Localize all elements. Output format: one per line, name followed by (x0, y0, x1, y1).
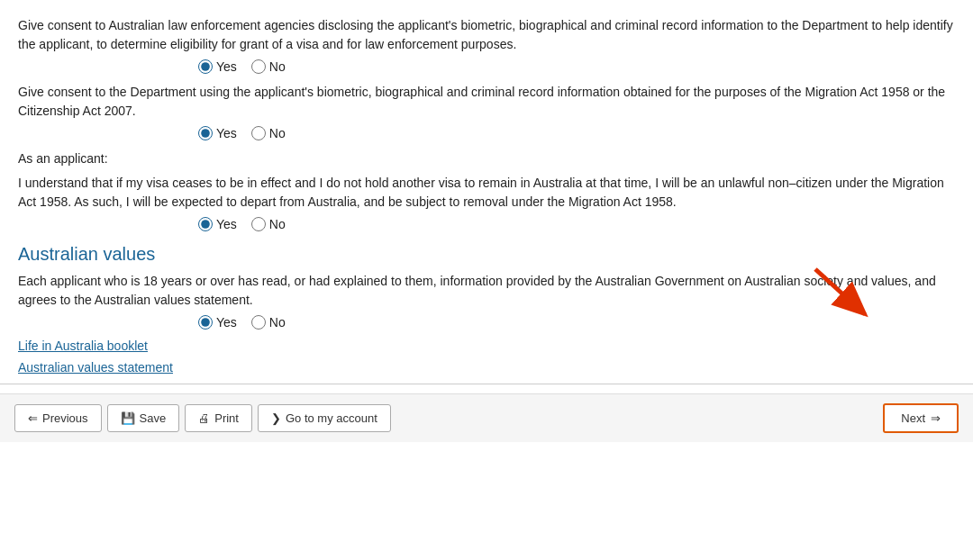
save-label: Save (140, 411, 167, 425)
values-yes-text: Yes (216, 315, 237, 330)
next-button[interactable]: Next ⇒ (883, 403, 959, 433)
applicant-no-radio[interactable] (251, 217, 266, 231)
consent2-no-text: No (269, 126, 286, 140)
print-button[interactable]: 🖨 Print (185, 404, 252, 432)
consent2-no-radio[interactable] (251, 126, 266, 140)
goto-account-label: Go to my account (286, 411, 377, 425)
goto-account-button[interactable]: ❯ Go to my account (258, 404, 391, 432)
applicant-yes-radio[interactable] (198, 217, 213, 231)
save-button[interactable]: 💾 Save (107, 404, 180, 432)
consent2-yes-text: Yes (216, 126, 237, 140)
consent2-yes-label[interactable]: Yes (198, 126, 237, 140)
consent1-no-radio[interactable] (251, 59, 266, 74)
previous-icon: ⇐ (28, 411, 38, 425)
consent2-yes-radio[interactable] (198, 126, 213, 140)
consent1-no-label[interactable]: No (251, 59, 286, 74)
print-label: Print (214, 411, 239, 425)
consent-radio-row-2: Yes No (198, 126, 955, 140)
values-statement-link[interactable]: Australian values statement (18, 360, 173, 375)
values-radio-row: Yes No (198, 315, 955, 330)
values-no-radio[interactable] (251, 315, 266, 330)
values-no-label[interactable]: No (251, 315, 286, 330)
save-icon: 💾 (121, 411, 135, 425)
consent-block-1: Give consent to Australian law enforceme… (18, 16, 955, 74)
next-label: Next (901, 411, 925, 425)
australian-values-block: Australian values Each applicant who is … (18, 244, 955, 375)
consent1-yes-label[interactable]: Yes (198, 59, 237, 74)
values-statement-link-container: Australian values statement (18, 360, 955, 375)
australian-values-text: Each applicant who is 18 years or over h… (18, 272, 955, 310)
applicant-yes-text: Yes (216, 217, 237, 231)
account-icon: ❯ (271, 411, 281, 425)
consent1-no-text: No (269, 59, 286, 74)
consent-text-1: Give consent to Australian law enforceme… (18, 16, 955, 54)
consent1-yes-text: Yes (216, 59, 237, 74)
values-yes-radio[interactable] (198, 315, 213, 330)
print-icon: 🖨 (198, 411, 210, 425)
applicant-yes-label[interactable]: Yes (198, 217, 237, 231)
main-content: Give consent to Australian law enforceme… (0, 0, 973, 384)
values-no-text: No (269, 315, 286, 330)
consent-radio-row-1: Yes No (198, 59, 955, 74)
life-in-australia-link[interactable]: Life in Australia booklet (18, 339, 148, 353)
next-icon: ⇒ (931, 411, 941, 425)
previous-button[interactable]: ⇐ Previous (14, 404, 102, 432)
applicant-no-label[interactable]: No (251, 217, 286, 231)
footer-left-buttons: ⇐ Previous 💾 Save 🖨 Print ❯ Go to my acc… (14, 404, 391, 432)
applicant-intro: As an applicant: (18, 149, 955, 168)
life-in-australia-link-container: Life in Australia booklet (18, 339, 955, 353)
applicant-block: As an applicant: I understand that if my… (18, 149, 955, 231)
consent1-yes-radio[interactable] (198, 59, 213, 74)
consent-text-2: Give consent to the Department using the… (18, 83, 955, 121)
footer-bar: ⇐ Previous 💾 Save 🖨 Print ❯ Go to my acc… (0, 393, 973, 442)
values-yes-label[interactable]: Yes (198, 315, 237, 330)
applicant-text: I understand that if my visa ceases to b… (18, 174, 955, 212)
consent2-no-label[interactable]: No (251, 126, 286, 140)
applicant-radio-row: Yes No (198, 217, 955, 231)
previous-label: Previous (42, 411, 88, 425)
consent-block-2: Give consent to the Department using the… (18, 83, 955, 140)
australian-values-heading: Australian values (18, 244, 955, 265)
applicant-no-text: No (269, 217, 286, 231)
